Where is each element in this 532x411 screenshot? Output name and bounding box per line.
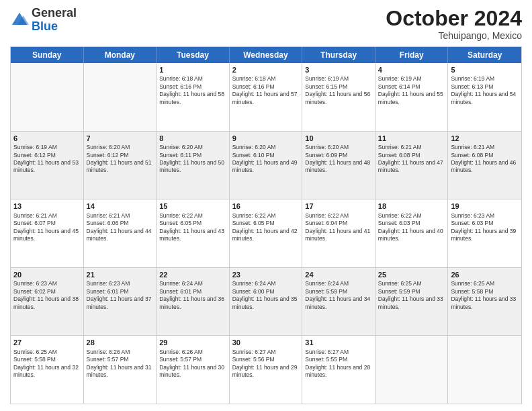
- day-number: 15: [159, 201, 226, 211]
- header: General Blue October 2024 Tehuipango, Me…: [10, 7, 522, 41]
- cell-info: Sunrise: 6:22 AM Sunset: 6:03 PM Dayligh…: [378, 212, 445, 243]
- day-number: 24: [305, 270, 372, 279]
- calendar-cell-3-0: 20Sunrise: 6:23 AM Sunset: 6:02 PM Dayli…: [11, 268, 84, 336]
- cell-info: Sunrise: 6:25 AM Sunset: 5:58 PM Dayligh…: [13, 349, 81, 379]
- calendar: SundayMondayTuesdayWednesdayThursdayFrid…: [10, 46, 522, 404]
- cell-info: Sunrise: 6:25 AM Sunset: 5:59 PM Dayligh…: [378, 280, 445, 311]
- cell-info: Sunrise: 6:24 AM Sunset: 6:00 PM Dayligh…: [232, 280, 300, 311]
- calendar-cell-0-4: 3Sunrise: 6:19 AM Sunset: 6:15 PM Daylig…: [302, 63, 375, 131]
- weekday-header-wednesday: Wednesday: [230, 47, 303, 63]
- month-title: October 2024: [386, 7, 522, 30]
- cell-info: Sunrise: 6:20 AM Sunset: 6:12 PM Dayligh…: [87, 144, 154, 175]
- day-number: 1: [159, 65, 226, 75]
- cell-info: Sunrise: 6:24 AM Sunset: 5:59 PM Dayligh…: [305, 280, 372, 311]
- day-number: 6: [13, 134, 81, 143]
- logo-general-text: General: [32, 6, 77, 19]
- day-number: 20: [13, 270, 81, 279]
- cell-info: Sunrise: 6:18 AM Sunset: 6:16 PM Dayligh…: [232, 75, 300, 106]
- day-number: 12: [451, 134, 519, 143]
- cell-info: Sunrise: 6:19 AM Sunset: 6:14 PM Dayligh…: [378, 75, 445, 106]
- calendar-cell-3-1: 21Sunrise: 6:23 AM Sunset: 6:01 PM Dayli…: [84, 268, 157, 336]
- calendar-row-2: 13Sunrise: 6:21 AM Sunset: 6:07 PM Dayli…: [11, 199, 521, 268]
- calendar-cell-1-4: 10Sunrise: 6:20 AM Sunset: 6:09 PM Dayli…: [302, 132, 375, 199]
- calendar-cell-1-5: 11Sunrise: 6:21 AM Sunset: 6:08 PM Dayli…: [375, 132, 449, 199]
- day-number: 14: [87, 201, 154, 211]
- cell-info: Sunrise: 6:27 AM Sunset: 5:55 PM Dayligh…: [305, 349, 372, 379]
- calendar-cell-2-2: 15Sunrise: 6:22 AM Sunset: 6:05 PM Dayli…: [157, 199, 230, 267]
- calendar-cell-3-4: 24Sunrise: 6:24 AM Sunset: 5:59 PM Dayli…: [302, 268, 375, 336]
- calendar-cell-3-3: 23Sunrise: 6:24 AM Sunset: 6:00 PM Dayli…: [230, 268, 303, 336]
- cell-info: Sunrise: 6:22 AM Sunset: 6:04 PM Dayligh…: [305, 212, 372, 243]
- cell-info: Sunrise: 6:26 AM Sunset: 5:57 PM Dayligh…: [87, 349, 154, 379]
- calendar-cell-1-2: 8Sunrise: 6:20 AM Sunset: 6:11 PM Daylig…: [157, 132, 230, 199]
- calendar-cell-2-1: 14Sunrise: 6:21 AM Sunset: 6:06 PM Dayli…: [84, 199, 157, 267]
- calendar-cell-4-5: [375, 336, 449, 404]
- cell-info: Sunrise: 6:19 AM Sunset: 6:12 PM Dayligh…: [13, 144, 81, 175]
- day-number: 28: [87, 338, 154, 347]
- day-number: 29: [159, 338, 226, 347]
- calendar-cell-0-0: [11, 63, 84, 131]
- cell-info: Sunrise: 6:26 AM Sunset: 5:57 PM Dayligh…: [159, 349, 226, 379]
- day-number: 22: [159, 270, 226, 279]
- day-number: 23: [232, 270, 300, 279]
- day-number: 30: [232, 338, 300, 347]
- calendar-cell-2-5: 18Sunrise: 6:22 AM Sunset: 6:03 PM Dayli…: [375, 199, 449, 267]
- day-number: 21: [87, 270, 154, 279]
- calendar-cell-0-1: [84, 63, 157, 131]
- calendar-cell-4-0: 27Sunrise: 6:25 AM Sunset: 5:58 PM Dayli…: [11, 336, 84, 404]
- cell-info: Sunrise: 6:21 AM Sunset: 6:08 PM Dayligh…: [451, 144, 519, 175]
- day-number: 31: [305, 338, 372, 347]
- cell-info: Sunrise: 6:20 AM Sunset: 6:11 PM Dayligh…: [159, 144, 226, 175]
- calendar-row-0: 1Sunrise: 6:18 AM Sunset: 6:16 PM Daylig…: [11, 63, 521, 132]
- cell-info: Sunrise: 6:23 AM Sunset: 6:01 PM Dayligh…: [87, 280, 154, 311]
- day-number: 19: [451, 201, 519, 211]
- day-number: 2: [232, 65, 300, 75]
- cell-info: Sunrise: 6:19 AM Sunset: 6:13 PM Dayligh…: [451, 75, 519, 106]
- calendar-cell-2-3: 16Sunrise: 6:22 AM Sunset: 6:05 PM Dayli…: [230, 199, 303, 267]
- calendar-header: SundayMondayTuesdayWednesdayThursdayFrid…: [11, 47, 521, 63]
- calendar-cell-1-0: 6Sunrise: 6:19 AM Sunset: 6:12 PM Daylig…: [11, 132, 84, 199]
- calendar-cell-4-6: [448, 336, 521, 404]
- calendar-row-3: 20Sunrise: 6:23 AM Sunset: 6:02 PM Dayli…: [11, 268, 521, 336]
- calendar-row-4: 27Sunrise: 6:25 AM Sunset: 5:58 PM Dayli…: [11, 336, 521, 404]
- calendar-cell-2-4: 17Sunrise: 6:22 AM Sunset: 6:04 PM Dayli…: [302, 199, 375, 267]
- day-number: 4: [378, 65, 445, 75]
- weekday-header-sunday: Sunday: [11, 47, 84, 63]
- calendar-cell-4-4: 31Sunrise: 6:27 AM Sunset: 5:55 PM Dayli…: [302, 336, 375, 404]
- cell-info: Sunrise: 6:21 AM Sunset: 6:07 PM Dayligh…: [13, 212, 81, 243]
- cell-info: Sunrise: 6:25 AM Sunset: 5:58 PM Dayligh…: [451, 280, 519, 311]
- logo-blue-text: Blue: [32, 19, 58, 33]
- day-number: 10: [305, 134, 372, 143]
- cell-info: Sunrise: 6:20 AM Sunset: 6:09 PM Dayligh…: [305, 144, 372, 175]
- calendar-cell-1-1: 7Sunrise: 6:20 AM Sunset: 6:12 PM Daylig…: [84, 132, 157, 199]
- cell-info: Sunrise: 6:27 AM Sunset: 5:56 PM Dayligh…: [232, 349, 300, 379]
- calendar-cell-1-3: 9Sunrise: 6:20 AM Sunset: 6:10 PM Daylig…: [230, 132, 303, 199]
- location: Tehuipango, Mexico: [386, 30, 522, 41]
- day-number: 13: [13, 201, 81, 211]
- calendar-body: 1Sunrise: 6:18 AM Sunset: 6:16 PM Daylig…: [11, 63, 521, 404]
- cell-info: Sunrise: 6:21 AM Sunset: 6:08 PM Dayligh…: [378, 144, 445, 175]
- weekday-header-monday: Monday: [84, 47, 157, 63]
- calendar-cell-0-3: 2Sunrise: 6:18 AM Sunset: 6:16 PM Daylig…: [230, 63, 303, 131]
- cell-info: Sunrise: 6:20 AM Sunset: 6:10 PM Dayligh…: [232, 144, 300, 175]
- calendar-cell-4-1: 28Sunrise: 6:26 AM Sunset: 5:57 PM Dayli…: [84, 336, 157, 404]
- calendar-cell-4-3: 30Sunrise: 6:27 AM Sunset: 5:56 PM Dayli…: [230, 336, 303, 404]
- day-number: 9: [232, 134, 300, 143]
- weekday-header-friday: Friday: [375, 47, 449, 63]
- day-number: 5: [451, 65, 519, 75]
- day-number: 8: [159, 134, 226, 143]
- cell-info: Sunrise: 6:18 AM Sunset: 6:16 PM Dayligh…: [159, 75, 226, 106]
- cell-info: Sunrise: 6:22 AM Sunset: 6:05 PM Dayligh…: [232, 212, 300, 243]
- day-number: 7: [87, 134, 154, 143]
- calendar-cell-3-2: 22Sunrise: 6:24 AM Sunset: 6:01 PM Dayli…: [157, 268, 230, 336]
- logo-text: General Blue: [32, 7, 77, 34]
- calendar-cell-0-6: 5Sunrise: 6:19 AM Sunset: 6:13 PM Daylig…: [448, 63, 521, 131]
- day-number: 3: [305, 65, 372, 75]
- weekday-header-tuesday: Tuesday: [157, 47, 230, 63]
- cell-info: Sunrise: 6:22 AM Sunset: 6:05 PM Dayligh…: [159, 212, 226, 243]
- day-number: 26: [451, 270, 519, 279]
- day-number: 18: [378, 201, 445, 211]
- calendar-cell-0-5: 4Sunrise: 6:19 AM Sunset: 6:14 PM Daylig…: [375, 63, 449, 131]
- calendar-cell-3-6: 26Sunrise: 6:25 AM Sunset: 5:58 PM Dayli…: [448, 268, 521, 336]
- calendar-cell-4-2: 29Sunrise: 6:26 AM Sunset: 5:57 PM Dayli…: [157, 336, 230, 404]
